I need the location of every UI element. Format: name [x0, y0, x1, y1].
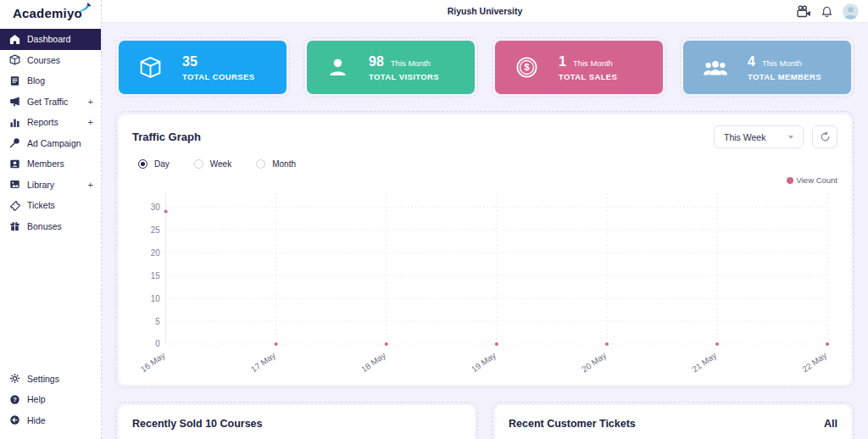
sidebar-item-label: Dashboard — [27, 34, 70, 44]
stat-label: TOTAL MEMBERS — [748, 72, 821, 81]
radio-label: Day — [154, 159, 170, 169]
svg-text:30: 30 — [151, 203, 160, 212]
svg-text:17 May: 17 May — [249, 351, 277, 375]
stat-card[interactable]: 4This MonthTOTAL MEMBERS — [683, 41, 851, 94]
sidebar-item-label: Help — [27, 394, 46, 404]
pin-icon — [9, 137, 20, 149]
svg-text:21 May: 21 May — [690, 351, 718, 375]
expand-plus-icon[interactable]: + — [88, 180, 93, 190]
sidebar-item-reports[interactable]: Reports+ — [0, 112, 101, 133]
expand-plus-icon[interactable]: + — [88, 117, 93, 127]
week-range-select[interactable]: This Week — [714, 125, 804, 148]
sidebar-item-label: Blog — [27, 75, 45, 86]
sidebar-item-bonuses[interactable]: Bonuses — [0, 216, 101, 237]
gear-icon — [9, 373, 20, 385]
avatar[interactable] — [843, 3, 859, 19]
sidebar-item-label: Hide — [27, 415, 46, 425]
megaphone-icon — [9, 96, 20, 108]
sidebar-item-hide[interactable]: Hide — [0, 410, 101, 431]
recent-tickets-section: Recent Customer Tickets All — [492, 402, 854, 439]
page-title: Riyush University — [448, 6, 523, 16]
radio-week[interactable]: Week — [194, 159, 231, 169]
stat-label: TOTAL VISITORS — [369, 72, 439, 81]
brand-name: Academiyo — [13, 6, 82, 20]
svg-text:0: 0 — [155, 339, 160, 348]
dollar-icon: $ — [515, 55, 539, 80]
sidebar-item-label: Ad Campaign — [27, 138, 81, 148]
chevron-down-icon — [788, 136, 793, 139]
stat-card-total-visitors: 98This MonthTOTAL VISITORS — [303, 37, 478, 97]
main-content: 35TOTAL COURSES98This MonthTOTAL VISITOR… — [102, 23, 868, 439]
sidebar-item-label: Get Traffic — [27, 97, 68, 107]
home-icon — [9, 33, 20, 45]
bottom-panels: Recently Sold 10 Courses Recent Customer… — [115, 402, 854, 439]
chart-legend: View Count — [132, 175, 837, 185]
sidebar-item-dashboard[interactable]: Dashboard — [0, 29, 101, 50]
header-icons — [797, 0, 859, 23]
help-icon: ? — [9, 393, 20, 405]
tickets-all-link[interactable]: All — [824, 418, 837, 430]
sidebar-item-blog[interactable]: Blog — [0, 70, 101, 92]
gift-icon — [9, 220, 20, 232]
svg-text:25: 25 — [151, 225, 160, 235]
blog-icon — [9, 75, 20, 86]
sidebar-item-label: Settings — [27, 374, 59, 384]
recent-tickets-panel: Recent Customer Tickets All — [495, 405, 851, 439]
svg-text:$: $ — [524, 62, 529, 72]
video-camera-icon[interactable] — [797, 5, 811, 18]
recently-sold-section: Recently Sold 10 Courses — [115, 402, 478, 439]
svg-text:15: 15 — [151, 271, 160, 281]
cube-icon — [138, 55, 163, 80]
brand-logo[interactable]: Academiyo — [0, 0, 101, 25]
sidebar-item-ad-campaign[interactable]: Ad Campaign — [0, 133, 101, 154]
sidebar-item-label: Library — [27, 180, 54, 190]
svg-text:19 May: 19 May — [470, 351, 498, 375]
stat-card[interactable]: 35TOTAL COURSES — [119, 41, 287, 94]
legend-dot — [787, 177, 793, 184]
bell-icon[interactable] — [821, 6, 832, 18]
stat-suffix: This Month — [391, 58, 431, 68]
box-icon — [9, 54, 20, 66]
sidebar-item-settings[interactable]: Settings — [0, 369, 101, 390]
stat-suffix: This Month — [573, 58, 613, 68]
sidebar-item-get-traffic[interactable]: Get Traffic+ — [0, 92, 101, 113]
radio-day[interactable]: Day — [138, 159, 170, 169]
stat-card-total-courses: 35TOTAL COURSES — [115, 37, 290, 97]
sidebar: Academiyo DashboardCoursesBlogGet Traffi… — [0, 0, 102, 439]
bars-icon — [9, 116, 20, 128]
hide-icon — [9, 414, 20, 426]
interval-radio-group: DayWeekMonth — [138, 159, 837, 169]
radio-circle-icon — [256, 159, 265, 169]
top-header: Riyush University — [102, 0, 868, 23]
sidebar-item-library[interactable]: Library+ — [0, 175, 101, 196]
recently-sold-panel: Recently Sold 10 Courses — [119, 405, 475, 439]
sidebar-item-tickets[interactable]: Tickets — [0, 195, 101, 216]
radio-label: Week — [210, 159, 231, 169]
sidebar-item-members[interactable]: Members — [0, 153, 101, 175]
stat-value: 35 — [182, 54, 198, 69]
expand-plus-icon[interactable]: + — [88, 97, 93, 107]
recently-sold-title: Recently Sold 10 Courses — [132, 418, 263, 430]
image-icon — [9, 179, 20, 191]
stat-label: TOTAL SALES — [559, 72, 617, 81]
refresh-icon — [820, 131, 831, 142]
refresh-button[interactable] — [812, 125, 837, 148]
stat-card[interactable]: $1This MonthTOTAL SALES — [495, 41, 663, 94]
rocket-icon — [77, 1, 92, 16]
person-icon — [326, 56, 349, 79]
sidebar-item-label: Reports — [27, 117, 58, 127]
sidebar-item-courses[interactable]: Courses — [0, 50, 101, 71]
svg-text:?: ? — [13, 396, 17, 403]
sidebar-item-help[interactable]: ?Help — [0, 389, 101, 410]
stat-card[interactable]: 98This MonthTOTAL VISITORS — [307, 41, 475, 94]
sidebar-item-label: Tickets — [27, 200, 55, 210]
traffic-controls: This Week — [714, 125, 837, 148]
sidebar-footer-nav: Settings?HelpHide — [0, 369, 101, 439]
svg-text:10: 10 — [151, 294, 160, 303]
idcard-icon — [9, 158, 20, 169]
svg-text:20: 20 — [151, 248, 160, 258]
traffic-graph-title: Traffic Graph — [132, 131, 201, 143]
traffic-chart: 05101520253016 May17 May18 May19 May20 M… — [132, 185, 837, 381]
radio-month[interactable]: Month — [256, 159, 296, 169]
stat-label: TOTAL COURSES — [182, 72, 254, 81]
